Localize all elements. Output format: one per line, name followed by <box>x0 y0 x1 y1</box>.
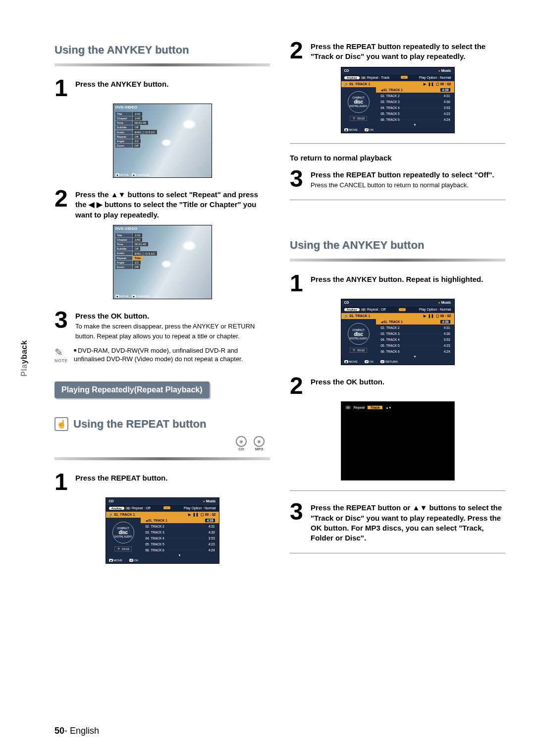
step-number: 2 <box>290 375 306 396</box>
disc-badge-cd: ◉CD <box>234 436 248 451</box>
divider <box>290 490 505 491</box>
step-text: Press the ANYKEY button. <box>75 80 168 88</box>
step-number: 1 <box>54 471 70 492</box>
repeat-popup-screenshot: ⟲ Repeat Track ▲▼ <box>341 401 455 481</box>
step-text: Press the ANYKEY button. Repeat is highl… <box>311 275 483 283</box>
section-title-anykey: Using the ANYKEY button <box>54 44 270 56</box>
step-text: Press the OK button. <box>75 312 149 320</box>
step-text: Press the OK button. <box>311 378 384 386</box>
step-number: 3 <box>290 168 306 190</box>
section-title-repeat-button: ☝ Using the REPEAT button <box>54 417 270 431</box>
disc-badge-mp3: ◉MP3 <box>252 436 266 451</box>
divider <box>290 200 505 200</box>
step-text: Press the REPEAT button repeatedly to se… <box>311 170 494 179</box>
step-text: Press the ▲▼ buttons to select "Repeat" … <box>75 190 258 219</box>
step-text: Press the REPEAT button. <box>75 474 167 482</box>
divider <box>290 259 505 262</box>
side-tab-label: Playback <box>20 340 29 377</box>
pencil-icon: ✎ <box>54 346 68 358</box>
section-title-anykey2: Using the ANYKEY button <box>290 239 505 252</box>
note-box: ✎ NOTE DVD-RAM, DVD-RW(VR mode), unfinal… <box>54 346 270 364</box>
step-number: 3 <box>290 501 306 543</box>
cd-screenshot-1: CDMusic Anykey ⟲ Repeat : Off ↔ Play Opt… <box>106 497 219 564</box>
page-footer: 50- English <box>54 726 99 736</box>
divider <box>54 457 270 460</box>
step-subtext: Press the CANCEL button to return to nor… <box>311 181 469 189</box>
divider <box>54 63 270 66</box>
cd-screenshot-2: CDMusic Anykey ⟲ Repeat : Track ↔ Play O… <box>341 67 455 133</box>
cd-screenshot-3: CDMusic Anykey ⟲ Repeat : Off ↔ Play Opt… <box>341 299 455 365</box>
heading-repeat-playback: Playing Repeatedly(Repeat Playback) <box>54 381 210 398</box>
divider <box>290 143 505 144</box>
step-text: Press the REPEAT button or ▲▼ buttons to… <box>311 503 502 542</box>
step-text: Press the REPEAT button repeatedly to se… <box>311 42 485 60</box>
step-number: 2 <box>290 40 306 62</box>
subheading-return-normal: To return to normal playback <box>290 154 505 162</box>
divider <box>290 553 505 553</box>
step-subtext: To make the screen disappear, press the … <box>75 323 255 340</box>
updown-icon: ▲▼ <box>385 406 391 409</box>
step-number: 1 <box>290 272 306 294</box>
step-number: 2 <box>54 188 70 220</box>
hand-icon: ☝ <box>54 417 68 431</box>
dvd-screenshot-a: DVD-VIDEO Title1/10Chapter1/40Time00:01:… <box>113 104 212 178</box>
dvd-screenshot-b: DVD-VIDEO Title1/10Chapter1/40Time00:01:… <box>113 225 212 299</box>
repeat-icon: ⟲ <box>345 406 351 409</box>
step-number: 3 <box>54 309 70 341</box>
note-text: DVD-RAM, DVD-RW(VR mode), unfinalised DV… <box>74 346 270 364</box>
step-number: 1 <box>54 77 70 99</box>
